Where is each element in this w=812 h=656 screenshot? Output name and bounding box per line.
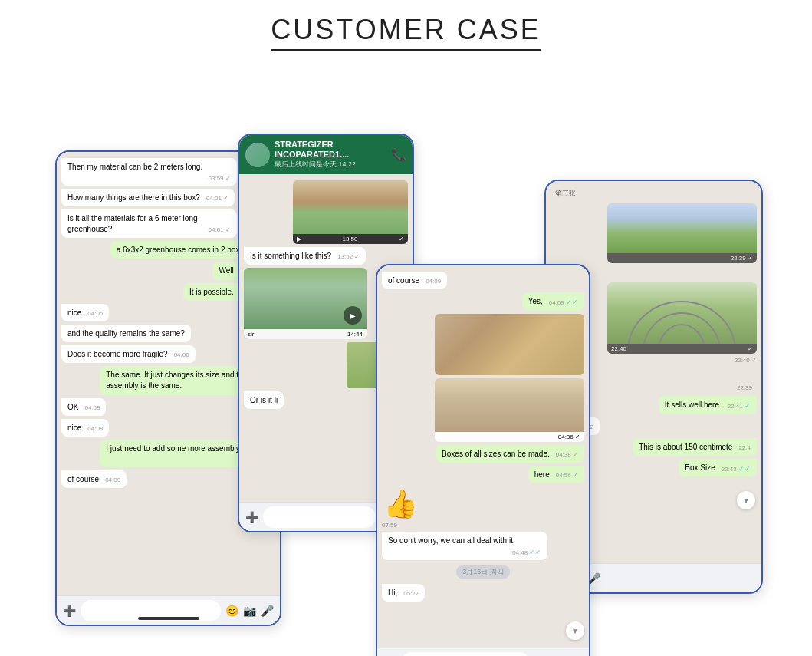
- video-sender: sir: [248, 331, 254, 338]
- message-bubble: Box Size 22:43 ✓✓: [679, 459, 757, 477]
- page-title: CUSTOMER CASE: [271, 14, 541, 51]
- video-time-2: 14:44: [347, 331, 363, 338]
- call-icon[interactable]: 📞: [391, 147, 406, 162]
- chat-input-3[interactable]: [401, 652, 530, 657]
- chat-input-bar-3: ➕ 😊 📷 🎤: [377, 648, 589, 656]
- message-bubble: Or is it li: [244, 391, 284, 409]
- date-separator: 3月16日 周四: [456, 565, 510, 579]
- arch-img: [607, 282, 757, 344]
- contact-info: STRATEGIZER INCOPARATED1.... 最后上线时间是今天 1…: [275, 140, 386, 170]
- message-bubble: How many things are there in this box? 0…: [61, 189, 235, 206]
- home-indicator: [138, 617, 199, 620]
- arch-svg: [607, 282, 757, 344]
- field-img: [607, 203, 757, 253]
- message-bubble: OK 04:08: [61, 398, 106, 416]
- message-bubble: nice 04:08: [61, 419, 109, 437]
- boxes-image-1: [435, 314, 584, 375]
- message-bubble: So don't worry, we can all deal with it.…: [382, 532, 547, 561]
- mic-icon[interactable]: 🎤: [261, 605, 274, 617]
- greenhouse-img: [293, 180, 408, 234]
- field-image-1: 22:39 ✓: [607, 203, 757, 263]
- screenshots-container: Then my material can be 2 meters long. 0…: [0, 58, 812, 656]
- contact-status: 最后上线时间是今天 14:22: [275, 160, 386, 170]
- chat-header-2: STRATEGIZER INCOPARATED1.... 最后上线时间是今天 1…: [239, 135, 413, 174]
- tick-22-40: 22:40 ✓: [735, 357, 757, 364]
- message-bubble: and the quality remains the same?: [61, 325, 191, 342]
- boxes-img-bottom: [435, 378, 584, 432]
- message-bubble: nice 04:05: [61, 304, 109, 321]
- message-bubble: Boxes of all sizes can be made. 04:38 ✓: [436, 445, 584, 463]
- time-22-39: 22:39: [732, 383, 757, 393]
- arch-image: 22:40✓: [607, 282, 757, 354]
- second-video: ▶ sir 14:44: [244, 268, 367, 339]
- play-btn[interactable]: ▶: [344, 306, 362, 325]
- message-bubble: Hi, 05:27: [382, 584, 425, 602]
- message-bubble: Then my material can be 2 meters long. 0…: [61, 158, 237, 186]
- message-bubble: of course 04:09: [382, 272, 447, 289]
- emoji-bubble: 👍: [382, 486, 419, 522]
- scroll-down-btn-4[interactable]: ▼: [737, 491, 755, 509]
- svg-point-2: [659, 325, 705, 344]
- chat-input-2[interactable]: [263, 506, 376, 528]
- emoji-time: 07:59: [382, 522, 397, 529]
- page-wrapper: CUSTOMER CASE Then my material can be 2 …: [0, 0, 812, 656]
- video-time: 13:50: [342, 236, 357, 242]
- add-icon[interactable]: ➕: [245, 511, 258, 523]
- chat-card-3: of course 04:09 Yes, 04:09 ✓✓: [376, 264, 590, 656]
- caption-bubble: Is it something like this? 13:52 ✓: [244, 247, 366, 265]
- messages-area-3: of course 04:09 Yes, 04:09 ✓✓: [377, 265, 589, 614]
- boxes-image-2: 04:36 ✓: [435, 378, 584, 442]
- message-bubble: Does it become more fragile? 04:06: [61, 345, 196, 363]
- message-bubble: of course 04:09: [61, 470, 127, 488]
- video-thumb: ▶ 13:50 ✓: [293, 180, 408, 244]
- contact-name: STRATEGIZER INCOPARATED1....: [275, 140, 386, 160]
- message-bubble: here 04:56 ✓: [528, 466, 584, 483]
- scroll-down-btn[interactable]: ▼: [566, 621, 584, 640]
- message-bubble: It sells well here. 22:41 ✓: [659, 396, 757, 414]
- emoji-btn[interactable]: 😊: [225, 605, 238, 617]
- message-bubble: Is it all the materials for a 6 meter lo…: [61, 209, 237, 238]
- greenhouse-img-2: ▶: [244, 268, 367, 329]
- message-bubble: Yes, 04:09 ✓✓: [522, 292, 584, 311]
- svg-point-0: [628, 302, 735, 344]
- camera-icon[interactable]: 📷: [243, 605, 256, 617]
- avatar: [245, 143, 270, 167]
- caption-text: Is it something like this?: [250, 252, 331, 260]
- message-bubble: This is about 150 centimete 22:4: [633, 438, 757, 456]
- emoji-icon[interactable]: ➕: [63, 605, 76, 617]
- title-section: CUSTOMER CASE: [0, 0, 812, 58]
- boxes-img-top: [435, 314, 584, 375]
- svg-point-1: [643, 313, 720, 344]
- section-label-3: 第三张: [551, 187, 757, 200]
- chat-input-bar-1: ➕ 😊 📷 🎤: [57, 595, 280, 625]
